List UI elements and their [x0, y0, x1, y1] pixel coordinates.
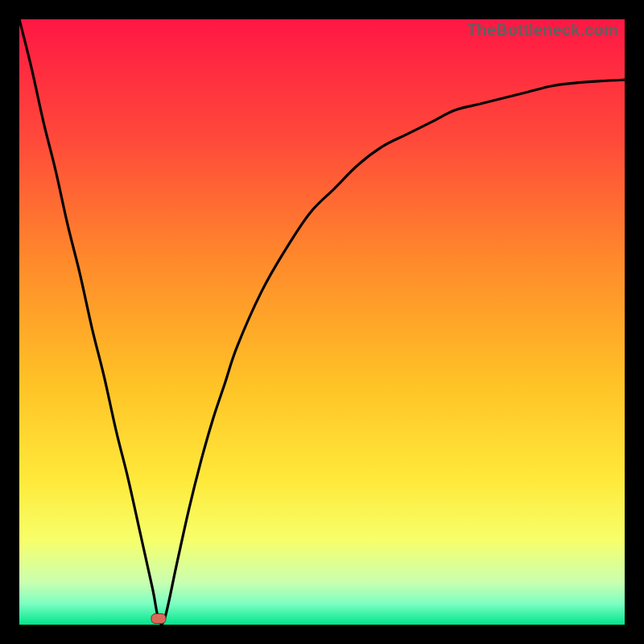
plot-area: TheBottleneck.com	[19, 19, 625, 625]
optimum-marker	[151, 613, 166, 623]
watermark-label: TheBottleneck.com	[467, 21, 618, 39]
chart-svg	[19, 19, 625, 625]
gradient-bg	[19, 19, 625, 625]
chart-frame: TheBottleneck.com	[0, 0, 644, 644]
